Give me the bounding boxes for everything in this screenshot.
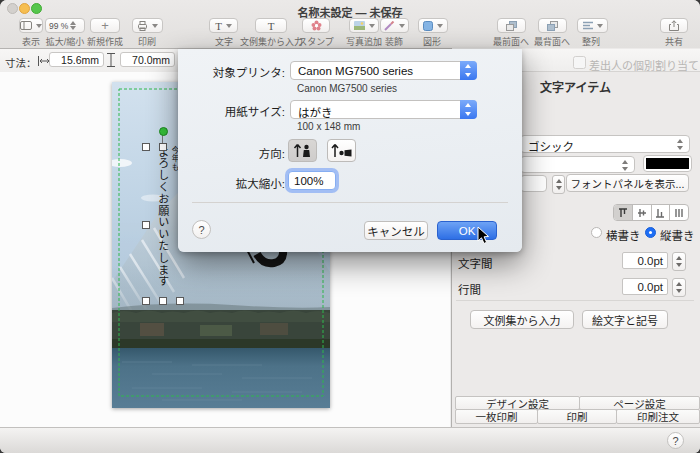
selection-handle[interactable] <box>142 221 150 229</box>
font-panel-button[interactable]: フォントパネルを表示... <box>566 174 689 192</box>
bring-front-button[interactable] <box>497 18 526 33</box>
font-color-well[interactable] <box>643 155 692 172</box>
vertical-writing-label: 縦書き <box>660 227 695 243</box>
titlebar: 名称未設定 — 未保存 表示 99 % 拡大/縮小 + 新規作成 印刷 T 文字… <box>0 0 700 49</box>
chevron-down-icon <box>369 24 375 28</box>
horizontal-writing-label: 横書き <box>606 227 641 243</box>
selection-handle[interactable] <box>176 297 184 305</box>
align-center-segment[interactable] <box>633 205 652 220</box>
add-photo-button[interactable] <box>349 18 379 33</box>
stamp-button[interactable] <box>302 18 330 33</box>
paper-size-subtext: 100 x 148 mm <box>297 121 360 132</box>
print-button[interactable]: 印刷 <box>537 409 617 424</box>
align-top-segment[interactable] <box>614 205 633 220</box>
font-size-field[interactable] <box>520 175 547 192</box>
scale-field[interactable]: 100% <box>288 171 336 190</box>
zoom-value: 99 % <box>49 21 68 31</box>
page-settings-button[interactable]: ページ設定 <box>579 396 700 410</box>
orientation-label: 方向: <box>175 145 285 161</box>
align-justify-segment[interactable] <box>670 205 688 220</box>
phrase-collection-button[interactable]: 文例集から入力 <box>470 310 574 329</box>
align-bottom-icon <box>655 208 665 218</box>
align-bottom-segment[interactable] <box>652 205 671 220</box>
font-family-dropdown[interactable]: ゴシック <box>520 135 690 153</box>
width-field[interactable]: 15.6mm <box>49 52 104 67</box>
brush-icon <box>384 21 395 31</box>
chevron-down-icon <box>437 24 443 28</box>
text-button[interactable]: T <box>209 18 238 33</box>
shape-icon <box>423 21 433 31</box>
photo-icon <box>354 21 365 30</box>
chevron-down-icon <box>597 24 603 28</box>
flower-icon <box>311 20 322 31</box>
stepper-icon <box>70 21 77 30</box>
text-icon: T <box>215 20 222 32</box>
print-one-button[interactable]: 一枚印刷 <box>455 409 538 424</box>
chevron-down-icon <box>226 24 232 28</box>
phrase-insert-button[interactable]: T <box>255 18 287 33</box>
print-order-button[interactable]: 印刷注文 <box>616 409 700 424</box>
print-setup-dialog: 対象プリンタ: Canon MG7500 series Canon MG7500… <box>178 49 522 252</box>
char-spacing-stepper[interactable] <box>672 252 686 271</box>
cancel-button[interactable]: キャンセル <box>364 221 428 240</box>
height-field[interactable]: 70.0mm <box>120 52 175 67</box>
dialog-help-button[interactable]: ? <box>192 220 211 239</box>
new-label: 新規作成 <box>82 35 128 48</box>
share-label: 共有 <box>651 35 697 48</box>
height-icon <box>106 53 116 67</box>
selection-handle[interactable] <box>142 143 150 151</box>
mouse-cursor <box>477 226 491 246</box>
postcard-text[interactable]: 今年もよろしくお願いいたします <box>152 146 179 311</box>
assign-checkbox[interactable] <box>573 56 586 69</box>
send-back-icon <box>547 21 558 31</box>
stepper-icon <box>676 139 685 150</box>
font-style-dropdown[interactable] <box>520 156 635 173</box>
align-icon <box>583 21 593 30</box>
line-spacing-stepper[interactable] <box>672 278 686 297</box>
portrait-icon <box>289 140 316 161</box>
view-button[interactable] <box>19 18 43 33</box>
align-top-icon <box>618 208 628 218</box>
vertical-writing-radio[interactable] <box>645 227 656 238</box>
print-label: 印刷 <box>124 35 170 48</box>
selection-handle[interactable] <box>142 297 150 305</box>
line-spacing-field[interactable]: 0.0pt <box>622 278 668 295</box>
rotation-handle[interactable] <box>159 127 168 136</box>
printer-dropdown[interactable]: Canon MG7500 series <box>290 61 477 80</box>
printer-subtext: Canon MG7500 series <box>297 83 397 94</box>
share-button[interactable] <box>660 18 688 33</box>
send-back-button[interactable] <box>538 18 567 33</box>
new-button[interactable]: + <box>90 18 120 33</box>
text-align-segmented <box>613 204 689 221</box>
font-size-stepper[interactable] <box>552 175 565 194</box>
align-center-icon <box>637 208 647 218</box>
char-spacing-label: 文字間 <box>458 255 493 271</box>
decorate-button[interactable] <box>380 18 409 33</box>
chevron-down-icon <box>399 24 405 28</box>
color-swatch <box>646 158 689 169</box>
paper-size-dropdown[interactable]: はがき <box>290 100 477 119</box>
divider <box>456 300 694 301</box>
line-spacing-label: 行間 <box>458 281 481 297</box>
print-toolbar-button[interactable] <box>132 18 163 33</box>
shape-button[interactable] <box>418 18 448 33</box>
selection-handle[interactable] <box>159 297 167 305</box>
horizontal-writing-radio[interactable] <box>591 227 602 238</box>
selection-handle[interactable] <box>159 143 167 151</box>
bottom-bar: ? <box>0 427 700 453</box>
bring-front-label: 最前面へ <box>488 35 534 48</box>
bring-front-icon <box>506 21 517 31</box>
zoom-stepper[interactable]: 99 % <box>45 18 85 33</box>
orientation-landscape-button[interactable] <box>327 139 356 162</box>
stepper-icon <box>460 100 477 119</box>
design-settings-button[interactable]: デザイン設定 <box>455 396 580 410</box>
orientation-portrait-button[interactable] <box>288 139 317 162</box>
emoji-symbols-button[interactable]: 絵文字と記号 <box>582 310 668 329</box>
chevron-down-icon <box>36 24 42 28</box>
printer-icon <box>137 21 148 31</box>
align-button[interactable] <box>577 18 608 33</box>
app-window: 名称未設定 — 未保存 表示 99 % 拡大/縮小 + 新規作成 印刷 T 文字… <box>0 0 700 453</box>
char-spacing-field[interactable]: 0.0pt <box>622 252 668 269</box>
help-button[interactable]: ? <box>667 432 684 449</box>
align-justify-icon <box>674 208 684 218</box>
